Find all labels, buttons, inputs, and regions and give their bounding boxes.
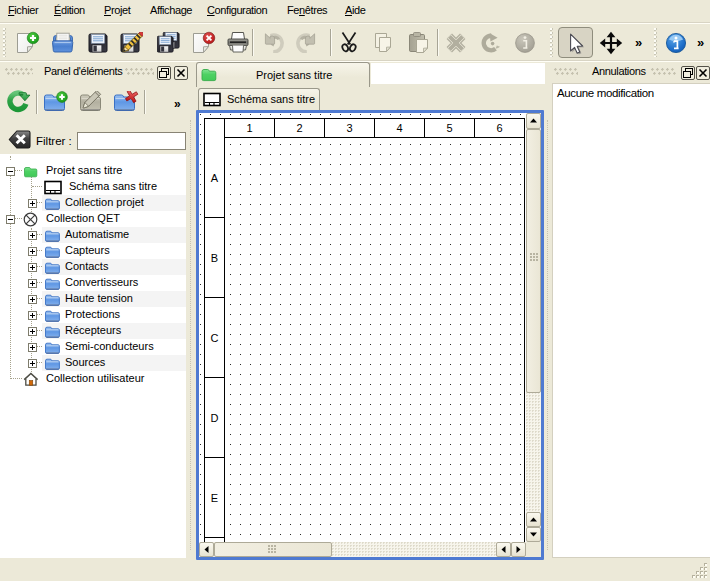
svg-text:4: 4 — [396, 122, 402, 134]
svg-text:2: 2 — [296, 122, 302, 134]
svg-text:D: D — [211, 412, 219, 424]
svg-text:B: B — [211, 252, 218, 264]
svg-text:E: E — [211, 492, 218, 504]
svg-text:6: 6 — [496, 122, 502, 134]
svg-text:5: 5 — [446, 122, 452, 134]
svg-text:C: C — [211, 332, 219, 344]
svg-text:3: 3 — [346, 122, 352, 134]
svg-text:1: 1 — [246, 122, 252, 134]
svg-text:A: A — [211, 172, 219, 184]
